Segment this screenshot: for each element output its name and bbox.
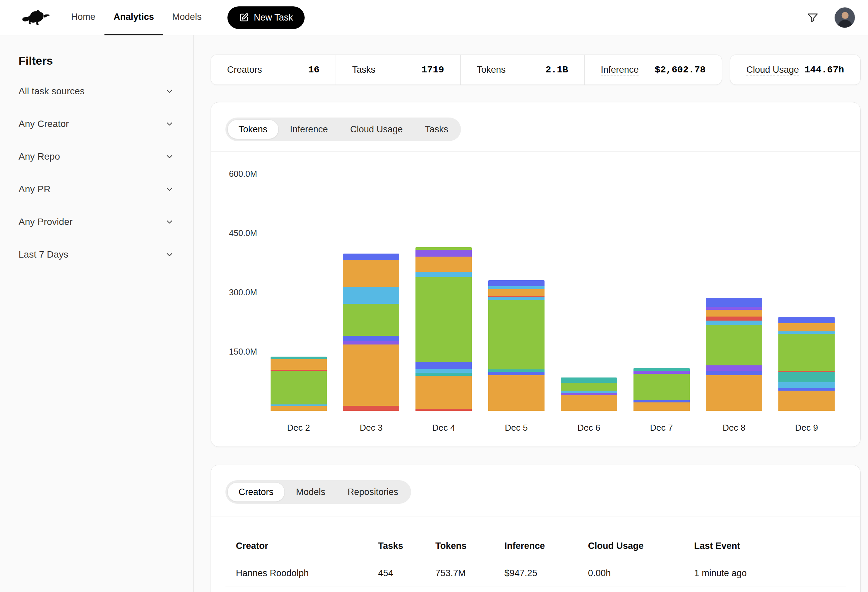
column-label-creator: Creator [236,541,268,551]
bar-segment-skyblue [706,321,762,325]
bar-segment-orange [488,289,545,296]
table-tab-models[interactable]: Models [285,482,336,502]
filter-funnel-button[interactable] [804,9,822,26]
bar-dec-6[interactable] [561,377,617,411]
column-header-creator: Creator [226,541,378,551]
y-axis-label: 600.0M [211,169,257,179]
stat-value-cloud-usage: 144.67h [804,65,844,75]
stat-tokens: Tokens2.1B [460,55,584,84]
bar-segment-green [488,300,545,369]
table-row-hannes-roodolph[interactable]: Hannes Roodolph454753.7M$947.250.00h1 mi… [226,560,846,587]
bar-segment-orange [633,402,690,411]
chevron-down-icon [165,217,174,227]
table-header-row: CreatorTasksTokensInferenceCloud UsageLa… [226,532,846,560]
nav-item-models[interactable]: Models [163,0,211,35]
bar-dec-8[interactable] [706,298,762,411]
table-row-rooviewer[interactable]: Rooviewer440544.3M$376.2875.23h3 minutes… [226,587,846,592]
stats-card-cloud-usage: Cloud Usage144.67h [730,54,861,85]
column-label-cloud-usage[interactable]: Cloud Usage [588,541,644,551]
bar-segment-teal [778,372,835,383]
nav-item-analytics[interactable]: Analytics [105,0,163,35]
bar-dec-5[interactable] [488,280,545,411]
bar-dec-2[interactable] [270,356,327,411]
filter-label: Any PR [19,184,50,194]
bar-dec-9[interactable] [778,317,835,411]
x-axis-label: Dec 4 [432,423,455,433]
chart-tab-tasks[interactable]: Tasks [414,119,459,139]
kangaroo-logo[interactable] [21,7,52,28]
bar-segment-orange [415,376,472,409]
y-axis-label: 150.0M [211,347,257,356]
stat-cloud-usage: Cloud Usage144.67h [730,55,860,84]
main-nav: HomeAnalyticsModels [62,0,211,35]
bar-dec-4[interactable] [415,247,472,411]
column-header-cloud-usage[interactable]: Cloud Usage [588,541,694,551]
x-axis-label: Dec 7 [650,423,673,433]
stat-value-inference: $2,602.78 [655,65,706,75]
bar-segment-purple [633,371,690,373]
bar-segment-orange [778,323,835,332]
creators-table: CreatorTasksTokensInferenceCloud UsageLa… [226,532,846,592]
filter-list: All task sourcesAny CreatorAny RepoAny P… [19,75,174,271]
bar-segment-skyblue [415,272,472,277]
column-header-last-event: Last Event [694,541,846,551]
chart-tab-tokens[interactable]: Tokens [227,119,279,139]
filter-any-provider[interactable]: Any Provider [19,205,174,238]
bar-segment-blue [706,298,762,307]
x-axis-label: Dec 8 [722,423,745,433]
stat-label-inference[interactable]: Inference [601,65,639,75]
bar-dec-3[interactable] [343,253,399,411]
stat-label-cloud-usage[interactable]: Cloud Usage [746,65,799,75]
cell-last-event: 1 minute ago [694,568,846,579]
filter-any-repo[interactable]: Any Repo [19,140,174,173]
nav-item-home[interactable]: Home [62,0,105,35]
user-avatar[interactable] [834,7,855,28]
bar-dec-7[interactable] [633,368,690,411]
column-label-tasks: Tasks [378,541,403,551]
stat-creators: Creators16 [211,55,336,84]
chevron-down-icon [165,250,174,259]
chevron-down-icon [165,152,174,161]
bar-segment-green [561,383,617,391]
x-axis-label: Dec 5 [505,423,528,433]
column-label-last-event: Last Event [694,541,740,551]
filter-any-creator[interactable]: Any Creator [19,108,174,140]
filter-last-7-days[interactable]: Last 7 Days [19,238,174,271]
filter-all-task-sources[interactable]: All task sources [19,75,174,108]
bar-segment-green [706,325,762,365]
bar-segment-orange [561,395,617,411]
chart-tab-group: TokensInferenceCloud UsageTasks [226,118,461,141]
tokens-chart-card: TokensInferenceCloud UsageTasks 600.0M45… [211,102,861,447]
bar-segment-purple [415,250,472,256]
table-tab-creators[interactable]: Creators [227,482,285,502]
stats-card-main: Creators16Tasks1719Tokens2.1BInference$2… [211,54,722,85]
cell-creator: Hannes Roodolph [226,568,378,579]
tokens-stacked-bar-chart: 600.0M450.0M300.0M150.0MDec 2Dec 3Dec 4D… [211,152,860,446]
table-tab-group: CreatorsModelsRepositories [226,480,411,504]
bar-segment-teal [633,368,690,371]
column-header-inference[interactable]: Inference [505,541,588,551]
bar-segment-skyblue [488,286,545,289]
chart-tab-cloud-usage[interactable]: Cloud Usage [339,119,413,139]
column-label-inference[interactable]: Inference [505,541,545,551]
bar-segment-green [778,334,835,371]
bar-segment-green [415,247,472,250]
stat-label-tokens: Tokens [477,65,506,75]
new-task-button[interactable]: New Task [227,6,305,29]
x-axis-label: Dec 9 [795,423,818,433]
chart-tab-inference[interactable]: Inference [279,119,339,139]
bar-segment-orange [270,359,327,370]
bar-segment-orange [706,310,762,317]
table-tab-repositories[interactable]: Repositories [337,482,409,502]
filters-sidebar: Filters All task sourcesAny CreatorAny R… [0,35,194,592]
bar-segment-skyblue [343,287,399,304]
bar-segment-blue [633,400,690,402]
column-header-tokens: Tokens [435,541,505,551]
bar-segment-red [706,317,762,321]
bar-segment-green [633,374,690,401]
breakdown-table-card: CreatorsModelsRepositories CreatorTasksT… [211,465,861,592]
column-header-tasks: Tasks [378,541,435,551]
filter-any-pr[interactable]: Any PR [19,173,174,205]
y-axis-label: 450.0M [211,228,257,238]
bar-segment-green [415,277,472,362]
